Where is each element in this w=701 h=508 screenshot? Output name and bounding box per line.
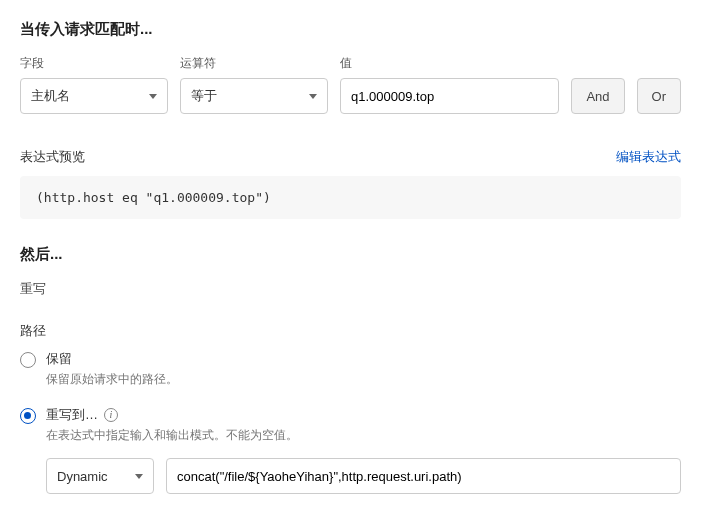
or-button[interactable]: Or [637,78,681,114]
then-action: 重写 [20,280,681,298]
chevron-down-icon [135,474,143,479]
radio-preserve-desc: 保留原始请求中的路径。 [46,371,178,388]
value-input-wrapper [340,78,559,114]
edit-expression-link[interactable]: 编辑表达式 [616,148,681,166]
radio-rewrite-title: 重写到… [46,406,98,424]
rewrite-type-value: Dynamic [57,469,127,484]
chevron-down-icon [309,94,317,99]
value-input[interactable] [351,79,548,113]
preview-label: 表达式预览 [20,148,85,166]
info-icon[interactable]: i [104,408,118,422]
operator-label: 运算符 [180,55,328,72]
field-select-value: 主机名 [31,87,141,105]
rewrite-expr-input[interactable] [177,459,670,493]
rewrite-input-row: Dynamic [46,458,681,494]
match-row: 字段 主机名 运算符 等于 值 And Or [20,55,681,114]
value-label: 值 [340,55,559,72]
path-block: 路径 保留 保留原始请求中的路径。 重写到… i 在表达式中指定输入和输出模式。… [20,322,681,494]
field-label: 字段 [20,55,168,72]
radio-option-preserve[interactable]: 保留 保留原始请求中的路径。 [20,350,681,388]
radio-rewrite-desc: 在表达式中指定输入和输出模式。不能为空值。 [46,427,298,444]
radio-preserve-title: 保留 [46,350,178,368]
match-title: 当传入请求匹配时... [20,20,681,39]
radio-option-rewrite[interactable]: 重写到… i 在表达式中指定输入和输出模式。不能为空值。 [20,406,681,444]
rewrite-expr-wrapper [166,458,681,494]
radio-icon [20,352,36,368]
operator-select-value: 等于 [191,87,301,105]
field-select[interactable]: 主机名 [20,78,168,114]
expression-preview-code: (http.host eq "q1.000009.top") [20,176,681,219]
then-title: 然后... [20,245,681,264]
operator-select[interactable]: 等于 [180,78,328,114]
and-button[interactable]: And [571,78,624,114]
then-block: 然后... 重写 [20,245,681,298]
preview-block: 表达式预览 编辑表达式 (http.host eq "q1.000009.top… [20,148,681,219]
radio-icon [20,408,36,424]
path-label: 路径 [20,322,681,340]
chevron-down-icon [149,94,157,99]
rewrite-type-select[interactable]: Dynamic [46,458,154,494]
path-radio-group: 保留 保留原始请求中的路径。 重写到… i 在表达式中指定输入和输出模式。不能为… [20,350,681,444]
